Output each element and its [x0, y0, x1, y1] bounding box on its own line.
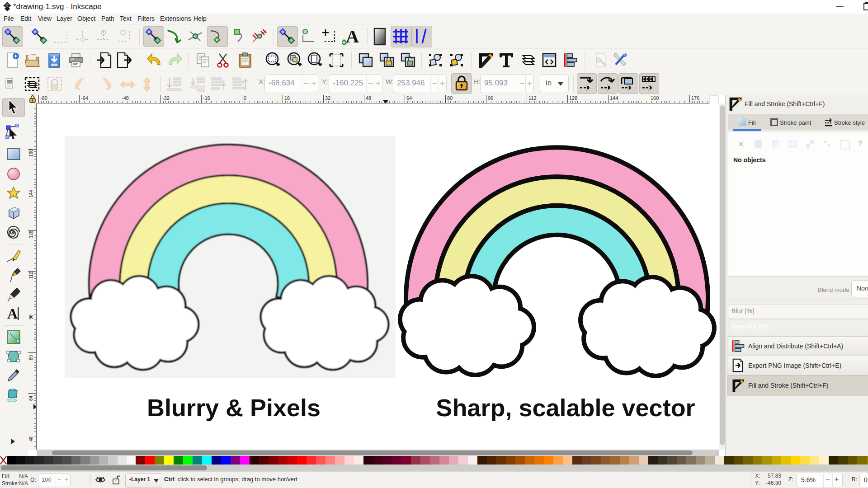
- svg-text:A: A: [346, 27, 359, 45]
- svg-text:A: A: [7, 306, 18, 321]
